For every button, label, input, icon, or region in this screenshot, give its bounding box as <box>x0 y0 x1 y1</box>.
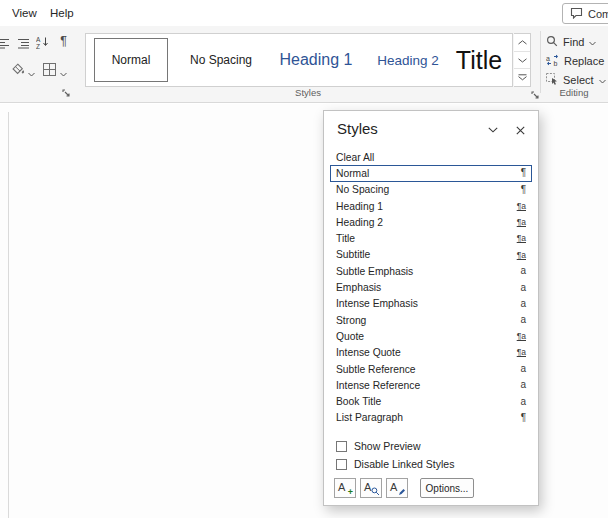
style-list-item[interactable]: Intense Quote ¶a <box>330 345 532 361</box>
style-name: Subtitle <box>336 249 370 260</box>
disable-linked-styles-label: Disable Linked Styles <box>354 458 454 470</box>
style-list-item[interactable]: Quote ¶a <box>330 328 532 344</box>
page-left-edge <box>8 112 9 518</box>
svg-text:b: b <box>554 60 558 66</box>
style-list-item[interactable]: Strong a <box>330 312 532 328</box>
find-button[interactable]: Find <box>546 33 596 50</box>
style-gallery-item[interactable]: No Spacing <box>178 38 264 82</box>
styles-list: Clear All Normal ¶ No Spacing ¶ Heading … <box>324 149 538 426</box>
style-name: Normal <box>336 168 369 179</box>
new-style-icon: A <box>338 481 345 493</box>
style-list-item[interactable]: Subtle Emphasis a <box>330 263 532 279</box>
gallery-scroll-up-icon[interactable] <box>514 34 530 51</box>
comment-icon <box>570 7 583 21</box>
close-icon[interactable] <box>512 123 528 137</box>
style-name: Intense Quote <box>336 347 401 358</box>
style-type-symbol: a <box>520 364 526 374</box>
show-preview-checkbox[interactable]: Show Preview <box>336 440 421 452</box>
style-type-symbol: ¶a <box>517 251 526 260</box>
pane-menu-chevron-icon[interactable] <box>485 123 501 137</box>
gallery-scrollbar <box>514 33 531 87</box>
style-type-symbol: ¶a <box>517 348 526 357</box>
style-gallery-item[interactable]: Title <box>448 38 510 82</box>
style-type-symbol: ¶a <box>517 332 526 341</box>
style-list-item[interactable]: List Paragraph ¶ <box>330 410 532 426</box>
indent-icon[interactable] <box>15 35 32 51</box>
styles-pane-title: Styles <box>337 120 378 137</box>
ribbon: AZ ¶ Normal No Spacing Heading 1 Heading… <box>0 26 608 103</box>
styles-pane: Styles Clear All Normal ¶ No Spacing ¶ H… <box>323 110 539 506</box>
style-list-item[interactable]: Intense Emphasis a <box>330 296 532 312</box>
chevron-down-icon <box>599 74 606 86</box>
gallery-more-icon[interactable] <box>514 68 530 86</box>
style-gallery-item[interactable]: Heading 2 <box>370 38 446 82</box>
checkbox-icon[interactable] <box>336 459 347 470</box>
style-name: List Paragraph <box>336 412 403 423</box>
style-list-item[interactable]: Title ¶a <box>330 230 532 246</box>
new-style-button[interactable]: A + <box>334 478 356 498</box>
chevron-down-icon[interactable] <box>58 66 69 82</box>
search-icon <box>546 35 558 49</box>
style-name: Intense Reference <box>336 380 420 391</box>
style-gallery-label: Normal <box>112 53 151 67</box>
styles-pane-toolbar: A + A A Options... <box>334 478 474 498</box>
manage-styles-icon: A <box>390 481 397 493</box>
style-list-item[interactable]: No Spacing ¶ <box>330 182 532 198</box>
svg-text:A: A <box>36 36 41 43</box>
chevron-down-icon[interactable] <box>26 66 37 82</box>
select-button[interactable]: Select <box>546 71 606 88</box>
clear-all-label: Clear All <box>336 152 374 163</box>
style-inspector-button[interactable]: A <box>360 478 382 498</box>
style-list-item[interactable]: Heading 1 ¶a <box>330 198 532 214</box>
comments-label: Comm <box>588 8 608 20</box>
options-button[interactable]: Options... <box>420 478 474 498</box>
menu-help[interactable]: Help <box>50 0 74 26</box>
comments-button[interactable]: Comm <box>562 3 608 24</box>
list-icon[interactable] <box>0 35 12 51</box>
style-name: Subtle Emphasis <box>336 266 413 277</box>
clear-all-item[interactable]: Clear All <box>330 149 532 165</box>
style-type-symbol: a <box>520 397 526 407</box>
word-window: View Help Comm AZ ¶ <box>0 0 608 518</box>
gallery-scroll-down-icon[interactable] <box>514 51 530 69</box>
style-list-item[interactable]: Subtitle ¶a <box>330 247 532 263</box>
shading-bucket-icon[interactable] <box>9 61 26 77</box>
sort-icon[interactable]: AZ <box>34 34 51 50</box>
menu-view[interactable]: View <box>12 0 37 26</box>
borders-grid-icon[interactable] <box>41 61 58 77</box>
style-list-item[interactable]: Emphasis a <box>330 279 532 295</box>
pilcrow-icon[interactable]: ¶ <box>55 33 72 49</box>
style-list-item[interactable]: Intense Reference a <box>330 377 532 393</box>
style-type-symbol: a <box>520 266 526 276</box>
style-gallery: Normal No Spacing Heading 1 Heading 2 Ti… <box>85 33 513 87</box>
replace-label: Replace <box>564 55 604 67</box>
style-type-symbol: ¶a <box>517 202 526 211</box>
style-gallery-item[interactable]: Heading 1 <box>272 38 360 82</box>
style-gallery-item[interactable]: Normal <box>94 38 168 82</box>
style-name: Emphasis <box>336 282 381 293</box>
select-cursor-icon <box>546 73 558 87</box>
styles-group-label: Styles <box>85 87 531 98</box>
disable-linked-styles-checkbox[interactable]: Disable Linked Styles <box>336 458 454 470</box>
style-name: Intense Emphasis <box>336 298 418 309</box>
manage-styles-button[interactable]: A <box>386 478 408 498</box>
style-name: Title <box>336 233 355 244</box>
styles-dialog-launcher[interactable] <box>531 88 540 103</box>
style-type-symbol: ¶a <box>517 218 526 227</box>
style-list-item[interactable]: Heading 2 ¶a <box>330 214 532 230</box>
paragraph-dialog-launcher[interactable] <box>62 86 71 101</box>
replace-button[interactable]: ab Replace <box>546 52 604 69</box>
style-name: Heading 2 <box>336 217 383 228</box>
style-list-item[interactable]: Subtle Reference a <box>330 361 532 377</box>
svg-text:a: a <box>546 54 550 61</box>
menu-bar: View Help Comm <box>0 0 608 26</box>
svg-text:Z: Z <box>36 43 40 50</box>
style-type-symbol: a <box>520 315 526 325</box>
style-type-symbol: a <box>520 299 526 309</box>
style-type-symbol: ¶ <box>521 168 526 178</box>
checkbox-icon[interactable] <box>336 441 347 452</box>
replace-icon: ab <box>546 54 559 68</box>
style-list-item[interactable]: Normal ¶ <box>330 165 532 181</box>
style-list-item[interactable]: Book Title a <box>330 393 532 409</box>
style-type-symbol: ¶a <box>517 234 526 243</box>
